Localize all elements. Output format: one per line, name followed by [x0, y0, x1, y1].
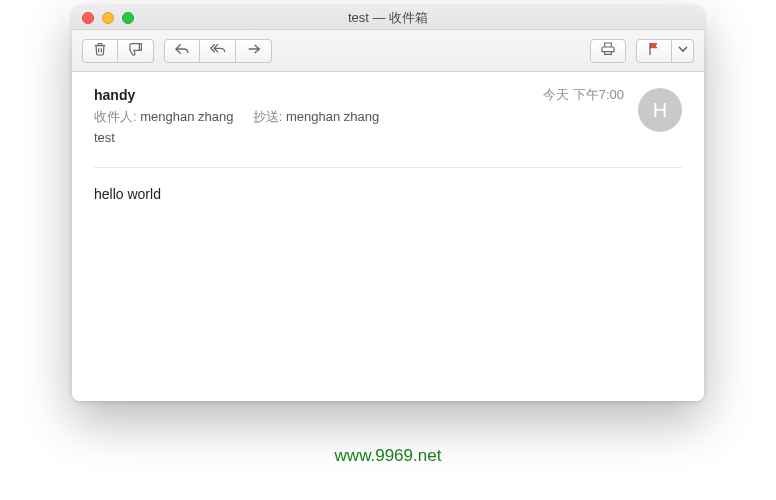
delete-group: [82, 39, 154, 63]
message-content: handy 收件人: menghan zhang 抄送: menghan zha…: [72, 72, 704, 401]
maximize-window-button[interactable]: [122, 12, 134, 24]
titlebar: test — 收件箱: [72, 6, 704, 30]
reply-all-button[interactable]: [200, 39, 236, 63]
reply-all-icon: [210, 41, 226, 61]
forward-button[interactable]: [236, 39, 272, 63]
mail-window: test — 收件箱: [72, 6, 704, 401]
header-divider: [94, 167, 682, 168]
reply-button[interactable]: [164, 39, 200, 63]
recipients-line: 收件人: menghan zhang 抄送: menghan zhang: [94, 108, 543, 126]
avatar-initial: H: [653, 99, 667, 122]
to-value: menghan zhang: [140, 109, 233, 124]
forward-icon: [246, 41, 262, 61]
cc-label: 抄送:: [253, 109, 283, 124]
reply-icon: [174, 41, 190, 61]
print-button[interactable]: [590, 39, 626, 63]
trash-icon: [92, 41, 108, 61]
reply-group: [164, 39, 272, 63]
chevron-down-icon: [675, 41, 691, 61]
flag-group: [636, 39, 694, 63]
close-window-button[interactable]: [82, 12, 94, 24]
timestamp: 今天 下午7:00: [543, 86, 624, 104]
delete-button[interactable]: [82, 39, 118, 63]
flag-button[interactable]: [636, 39, 672, 63]
junk-button[interactable]: [118, 39, 154, 63]
avatar: H: [638, 88, 682, 132]
minimize-window-button[interactable]: [102, 12, 114, 24]
flag-menu-button[interactable]: [672, 39, 694, 63]
flag-icon: [646, 41, 662, 61]
footer-watermark: www.9969.net: [0, 446, 776, 466]
message-body: hello world: [94, 186, 682, 202]
to-label: 收件人:: [94, 109, 137, 124]
printer-icon: [600, 41, 616, 61]
cc-value: menghan zhang: [286, 109, 379, 124]
window-title: test — 收件箱: [72, 9, 704, 27]
toolbar: [72, 30, 704, 72]
thumbs-down-icon: [128, 41, 144, 61]
message-header: handy 收件人: menghan zhang 抄送: menghan zha…: [94, 86, 682, 145]
subject: test: [94, 130, 543, 145]
traffic-lights: [72, 12, 134, 24]
sender-name: handy: [94, 87, 135, 103]
